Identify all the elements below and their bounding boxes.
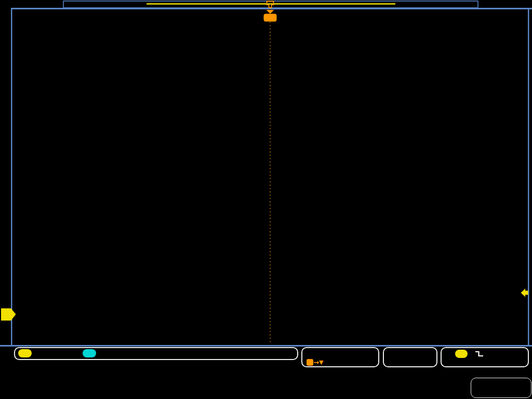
- trigger-position-marker[interactable]: [264, 10, 277, 22]
- timebase-readout-box[interactable]: → ▼: [301, 347, 379, 367]
- trigger-readout-box[interactable]: [441, 347, 529, 367]
- triangle-down-icon: ▼: [319, 359, 323, 366]
- ch1-badge[interactable]: [18, 349, 32, 357]
- scope-display: [0, 0, 532, 399]
- falling-edge-icon: [475, 350, 484, 357]
- trigger-source-badge: [455, 350, 468, 358]
- trigger-level-marker[interactable]: [521, 289, 528, 297]
- trigger-arrow-icon: [267, 10, 274, 14]
- datetime-box: [471, 378, 531, 398]
- arrow-right-icon: →: [313, 358, 319, 366]
- trigger-symbol-icon: [307, 359, 313, 366]
- acquisition-readout-box[interactable]: [383, 347, 437, 367]
- record-view-bar: [63, 1, 478, 8]
- trigger-level-arrow-icon: [521, 289, 528, 297]
- graticule-borders: [0, 8, 532, 347]
- ch2-badge[interactable]: [83, 349, 96, 357]
- oscilloscope-screen: → ▼: [0, 0, 532, 399]
- channel-readout-box[interactable]: [14, 347, 298, 360]
- ch1-ground-marker[interactable]: [1, 309, 16, 321]
